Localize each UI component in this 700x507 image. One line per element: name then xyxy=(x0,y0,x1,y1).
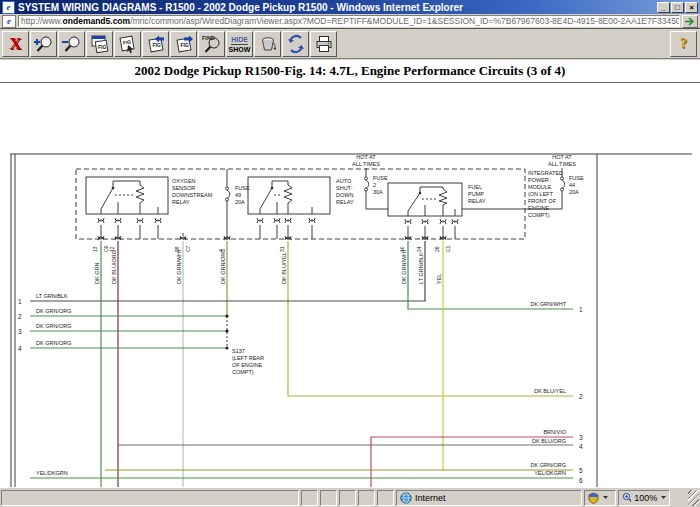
wiring-diagram[interactable]: INTEGRATED POWER MODULE (ON LEFT FRONT O… xyxy=(0,147,700,487)
svg-text:DK GRN/ORG: DK GRN/ORG xyxy=(36,340,71,346)
svg-text:DK GRN/ORG: DK GRN/ORG xyxy=(220,249,226,284)
protected-mode-pane[interactable] xyxy=(584,490,616,506)
url-path: /mric/common/asp/WiredDiagramViewer.aspx… xyxy=(130,16,680,26)
svg-text:HOT AT: HOT AT xyxy=(356,154,376,160)
zoom-out-button[interactable] xyxy=(58,31,85,57)
status-pane-2 xyxy=(320,490,337,506)
svg-text:AUTO: AUTO xyxy=(336,178,352,184)
svg-text:4: 4 xyxy=(579,443,583,450)
status-magnifier-icon xyxy=(622,492,631,503)
help-icon: ? xyxy=(680,36,687,52)
zoom-in-button[interactable] xyxy=(30,31,57,57)
svg-text:LT GRN/BLK: LT GRN/BLK xyxy=(36,293,68,299)
security-zone-pane: Internet xyxy=(396,490,582,506)
svg-text:COMPT): COMPT) xyxy=(528,212,550,218)
relay1-pin-connectors xyxy=(98,218,161,239)
svg-text:PUMP: PUMP xyxy=(468,191,484,197)
figure-next-icon: FIG xyxy=(174,34,194,54)
svg-text:OF ENGINE: OF ENGINE xyxy=(232,362,263,368)
svg-text:RELAY: RELAY xyxy=(336,199,354,205)
help-button[interactable]: ? xyxy=(670,31,697,57)
svg-text:DK GRN/ORG: DK GRN/ORG xyxy=(36,323,71,329)
ie-app-icon: e xyxy=(2,1,15,14)
find-button[interactable]: FIND xyxy=(198,31,225,57)
shield-dropdown-icon xyxy=(602,495,609,500)
close-x-icon: X xyxy=(9,34,21,54)
fuse-49: FUSE 49 20A xyxy=(226,169,251,239)
svg-text:MODULE: MODULE xyxy=(528,184,552,190)
zoom-level-pane[interactable]: 100% xyxy=(618,490,670,506)
svg-text:1: 1 xyxy=(18,298,22,305)
svg-text:26: 26 xyxy=(434,246,440,252)
show-label: SHOW xyxy=(229,46,251,53)
svg-text:OXYGEN: OXYGEN xyxy=(172,178,196,184)
refresh-icon xyxy=(286,34,306,54)
hot-at-all-times-left: HOT AT ALL TIMES xyxy=(352,154,380,167)
previous-figure-button[interactable]: FIG xyxy=(142,31,169,57)
svg-text:ALL TIMES: ALL TIMES xyxy=(548,161,576,167)
next-figure-button[interactable]: FIG xyxy=(170,31,197,57)
wire-dk-blu-yel xyxy=(288,241,573,396)
refresh-button[interactable] xyxy=(282,31,309,57)
svg-text:RELAY: RELAY xyxy=(468,198,486,204)
zoom-level-label: 100% xyxy=(634,493,657,503)
restore-button[interactable]: □ xyxy=(671,2,684,13)
right-wire-labels: DK GRN/WHT 1 DK BLU/YEL 2 BRN/VIO 3 DK B… xyxy=(531,301,583,484)
highlight-button[interactable] xyxy=(254,31,281,57)
svg-text:49: 49 xyxy=(235,192,241,198)
svg-text:DK GRN: DK GRN xyxy=(94,263,100,284)
resize-grip[interactable] xyxy=(688,490,699,506)
svg-text:SENSOR: SENSOR xyxy=(172,185,195,191)
bottom-left-wire-label: YEL/DKGRN xyxy=(36,470,68,476)
close-button[interactable]: × xyxy=(685,2,698,13)
svg-text:C1: C1 xyxy=(445,245,451,252)
status-bar: Internet 100% xyxy=(0,487,700,507)
hide-show-button[interactable]: HIDE SHOW xyxy=(226,31,253,57)
svg-text:3: 3 xyxy=(579,434,583,441)
vertical-wire-labels: DK GRN DK BLU/ORG DK GRN/WHT DK GRN/ORG … xyxy=(94,248,442,284)
go-button[interactable] xyxy=(682,15,698,28)
svg-text:3: 3 xyxy=(18,328,22,335)
auto-shutdown-relay: AUTO SHUT- DOWN RELAY xyxy=(248,177,354,239)
connector-pin-labels: 13 C6 12 29 C7 4 31 10 24 26 C1 xyxy=(92,245,451,252)
figure-window-button[interactable]: FIG xyxy=(86,31,113,57)
svg-text:44: 44 xyxy=(569,182,575,188)
svg-text:4: 4 xyxy=(18,345,22,352)
printer-icon xyxy=(314,34,334,54)
zoom-out-icon xyxy=(61,34,82,54)
svg-text:DK GRN/ORG: DK GRN/ORG xyxy=(36,308,71,314)
fuse-2: FUSE 2 30A xyxy=(365,168,389,209)
svg-text:FUSE: FUSE xyxy=(373,175,388,181)
heading-divider xyxy=(0,82,700,83)
print-button[interactable] xyxy=(310,31,337,57)
svg-text:13: 13 xyxy=(92,246,98,252)
title-bar: e SYSTEM WIRING DIAGRAMS - R1500 - 2002 … xyxy=(0,0,700,14)
close-viewer-button[interactable]: X xyxy=(2,31,29,57)
shield-icon xyxy=(588,492,599,504)
figure-select-button[interactable]: FIG xyxy=(114,31,141,57)
svg-text:DK BLU/ORG: DK BLU/ORG xyxy=(532,438,566,444)
svg-text:S137: S137 xyxy=(232,348,245,354)
status-pane-3 xyxy=(339,490,356,506)
svg-text:2: 2 xyxy=(18,313,22,320)
svg-text:DK GRN/WHT: DK GRN/WHT xyxy=(176,248,182,284)
hot-at-all-times-right: HOT AT ALL TIMES xyxy=(548,154,576,167)
svg-text:20A: 20A xyxy=(235,199,245,205)
browser-window: { "window": { "title": "SYSTEM WIRING DI… xyxy=(0,0,700,507)
svg-text:(LEFT REAR: (LEFT REAR xyxy=(232,355,264,361)
status-message-pane xyxy=(1,490,299,506)
relay2-pin-connectors xyxy=(257,218,315,239)
svg-text:1: 1 xyxy=(579,306,583,313)
svg-text:DK BLU/YEL: DK BLU/YEL xyxy=(534,388,566,394)
svg-text:31: 31 xyxy=(279,246,285,252)
svg-text:30A: 30A xyxy=(373,189,383,195)
address-input[interactable]: http://www.ondemand5.com/mric/common/asp… xyxy=(18,15,680,27)
svg-text:HOT AT: HOT AT xyxy=(552,154,572,160)
relay3-pin-connectors xyxy=(405,219,458,239)
go-arrow-icon xyxy=(684,16,696,27)
minimize-button[interactable]: _ xyxy=(657,2,670,13)
hide-label: HIDE xyxy=(231,36,248,45)
svg-text:SHUT-: SHUT- xyxy=(336,185,353,191)
svg-text:2: 2 xyxy=(373,182,376,188)
svg-text:DOWN: DOWN xyxy=(336,192,353,198)
